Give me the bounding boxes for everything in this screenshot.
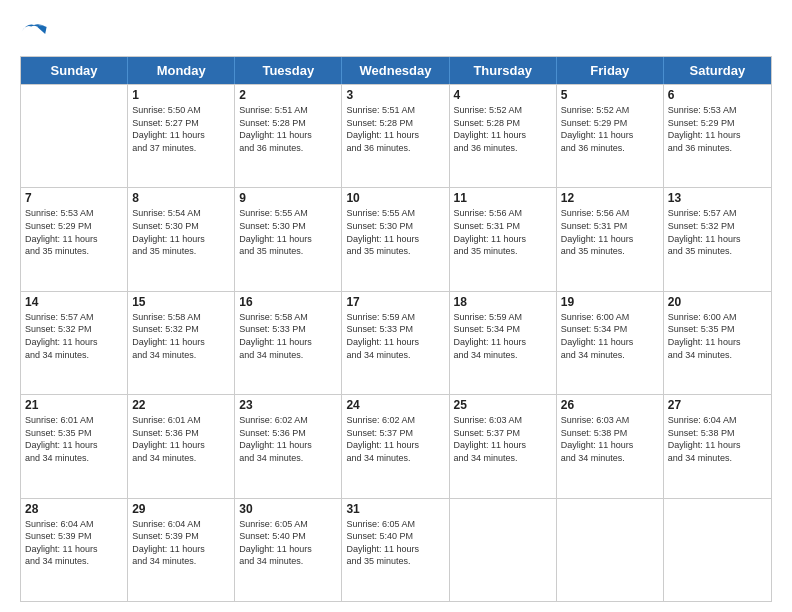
- day-number: 22: [132, 398, 230, 412]
- day-number: 16: [239, 295, 337, 309]
- day-number: 18: [454, 295, 552, 309]
- day-cell-17: 17Sunrise: 5:59 AMSunset: 5:33 PMDayligh…: [342, 292, 449, 394]
- day-info: Sunrise: 6:04 AMSunset: 5:38 PMDaylight:…: [668, 414, 767, 464]
- day-info: Sunrise: 5:53 AMSunset: 5:29 PMDaylight:…: [668, 104, 767, 154]
- day-number: 20: [668, 295, 767, 309]
- header-day-wednesday: Wednesday: [342, 57, 449, 84]
- day-info: Sunrise: 5:59 AMSunset: 5:34 PMDaylight:…: [454, 311, 552, 361]
- day-info: Sunrise: 6:03 AMSunset: 5:38 PMDaylight:…: [561, 414, 659, 464]
- week-row-5: 28Sunrise: 6:04 AMSunset: 5:39 PMDayligh…: [21, 498, 771, 601]
- day-cell-23: 23Sunrise: 6:02 AMSunset: 5:36 PMDayligh…: [235, 395, 342, 497]
- day-cell-19: 19Sunrise: 6:00 AMSunset: 5:34 PMDayligh…: [557, 292, 664, 394]
- day-info: Sunrise: 6:04 AMSunset: 5:39 PMDaylight:…: [132, 518, 230, 568]
- day-cell-14: 14Sunrise: 5:57 AMSunset: 5:32 PMDayligh…: [21, 292, 128, 394]
- day-number: 25: [454, 398, 552, 412]
- day-info: Sunrise: 5:57 AMSunset: 5:32 PMDaylight:…: [25, 311, 123, 361]
- page: SundayMondayTuesdayWednesdayThursdayFrid…: [0, 0, 792, 612]
- day-number: 9: [239, 191, 337, 205]
- day-cell-16: 16Sunrise: 5:58 AMSunset: 5:33 PMDayligh…: [235, 292, 342, 394]
- day-cell-5: 5Sunrise: 5:52 AMSunset: 5:29 PMDaylight…: [557, 85, 664, 187]
- day-cell-27: 27Sunrise: 6:04 AMSunset: 5:38 PMDayligh…: [664, 395, 771, 497]
- day-number: 7: [25, 191, 123, 205]
- day-info: Sunrise: 5:51 AMSunset: 5:28 PMDaylight:…: [239, 104, 337, 154]
- logo: [20, 18, 52, 46]
- day-info: Sunrise: 6:05 AMSunset: 5:40 PMDaylight:…: [239, 518, 337, 568]
- day-number: 23: [239, 398, 337, 412]
- week-row-2: 7Sunrise: 5:53 AMSunset: 5:29 PMDaylight…: [21, 187, 771, 290]
- day-cell-30: 30Sunrise: 6:05 AMSunset: 5:40 PMDayligh…: [235, 499, 342, 601]
- day-number: 21: [25, 398, 123, 412]
- day-number: 11: [454, 191, 552, 205]
- day-info: Sunrise: 6:02 AMSunset: 5:37 PMDaylight:…: [346, 414, 444, 464]
- day-cell-8: 8Sunrise: 5:54 AMSunset: 5:30 PMDaylight…: [128, 188, 235, 290]
- day-cell-25: 25Sunrise: 6:03 AMSunset: 5:37 PMDayligh…: [450, 395, 557, 497]
- day-number: 4: [454, 88, 552, 102]
- day-info: Sunrise: 5:56 AMSunset: 5:31 PMDaylight:…: [454, 207, 552, 257]
- day-cell-29: 29Sunrise: 6:04 AMSunset: 5:39 PMDayligh…: [128, 499, 235, 601]
- day-cell-1: 1Sunrise: 5:50 AMSunset: 5:27 PMDaylight…: [128, 85, 235, 187]
- day-cell-10: 10Sunrise: 5:55 AMSunset: 5:30 PMDayligh…: [342, 188, 449, 290]
- day-cell-24: 24Sunrise: 6:02 AMSunset: 5:37 PMDayligh…: [342, 395, 449, 497]
- day-info: Sunrise: 5:52 AMSunset: 5:28 PMDaylight:…: [454, 104, 552, 154]
- day-number: 27: [668, 398, 767, 412]
- day-info: Sunrise: 5:58 AMSunset: 5:32 PMDaylight:…: [132, 311, 230, 361]
- header-day-friday: Friday: [557, 57, 664, 84]
- day-number: 17: [346, 295, 444, 309]
- day-info: Sunrise: 6:00 AMSunset: 5:35 PMDaylight:…: [668, 311, 767, 361]
- header-day-monday: Monday: [128, 57, 235, 84]
- day-cell-2: 2Sunrise: 5:51 AMSunset: 5:28 PMDaylight…: [235, 85, 342, 187]
- day-number: 26: [561, 398, 659, 412]
- empty-cell: [450, 499, 557, 601]
- header-day-sunday: Sunday: [21, 57, 128, 84]
- day-number: 15: [132, 295, 230, 309]
- day-cell-7: 7Sunrise: 5:53 AMSunset: 5:29 PMDaylight…: [21, 188, 128, 290]
- day-cell-12: 12Sunrise: 5:56 AMSunset: 5:31 PMDayligh…: [557, 188, 664, 290]
- day-cell-6: 6Sunrise: 5:53 AMSunset: 5:29 PMDaylight…: [664, 85, 771, 187]
- day-number: 6: [668, 88, 767, 102]
- empty-cell: [664, 499, 771, 601]
- week-row-4: 21Sunrise: 6:01 AMSunset: 5:35 PMDayligh…: [21, 394, 771, 497]
- calendar-body: 1Sunrise: 5:50 AMSunset: 5:27 PMDaylight…: [21, 84, 771, 601]
- day-number: 12: [561, 191, 659, 205]
- day-info: Sunrise: 5:53 AMSunset: 5:29 PMDaylight:…: [25, 207, 123, 257]
- empty-cell: [557, 499, 664, 601]
- day-cell-4: 4Sunrise: 5:52 AMSunset: 5:28 PMDaylight…: [450, 85, 557, 187]
- day-info: Sunrise: 5:55 AMSunset: 5:30 PMDaylight:…: [346, 207, 444, 257]
- day-info: Sunrise: 5:57 AMSunset: 5:32 PMDaylight:…: [668, 207, 767, 257]
- day-info: Sunrise: 5:54 AMSunset: 5:30 PMDaylight:…: [132, 207, 230, 257]
- header: [20, 18, 772, 46]
- day-cell-31: 31Sunrise: 6:05 AMSunset: 5:40 PMDayligh…: [342, 499, 449, 601]
- day-number: 8: [132, 191, 230, 205]
- day-info: Sunrise: 5:50 AMSunset: 5:27 PMDaylight:…: [132, 104, 230, 154]
- day-info: Sunrise: 5:51 AMSunset: 5:28 PMDaylight:…: [346, 104, 444, 154]
- day-cell-26: 26Sunrise: 6:03 AMSunset: 5:38 PMDayligh…: [557, 395, 664, 497]
- day-info: Sunrise: 6:01 AMSunset: 5:36 PMDaylight:…: [132, 414, 230, 464]
- day-cell-13: 13Sunrise: 5:57 AMSunset: 5:32 PMDayligh…: [664, 188, 771, 290]
- day-number: 13: [668, 191, 767, 205]
- day-cell-15: 15Sunrise: 5:58 AMSunset: 5:32 PMDayligh…: [128, 292, 235, 394]
- day-info: Sunrise: 6:04 AMSunset: 5:39 PMDaylight:…: [25, 518, 123, 568]
- day-info: Sunrise: 5:55 AMSunset: 5:30 PMDaylight:…: [239, 207, 337, 257]
- day-info: Sunrise: 6:02 AMSunset: 5:36 PMDaylight:…: [239, 414, 337, 464]
- day-number: 29: [132, 502, 230, 516]
- day-number: 24: [346, 398, 444, 412]
- day-number: 19: [561, 295, 659, 309]
- day-info: Sunrise: 5:59 AMSunset: 5:33 PMDaylight:…: [346, 311, 444, 361]
- day-number: 30: [239, 502, 337, 516]
- day-cell-3: 3Sunrise: 5:51 AMSunset: 5:28 PMDaylight…: [342, 85, 449, 187]
- day-number: 2: [239, 88, 337, 102]
- day-info: Sunrise: 6:01 AMSunset: 5:35 PMDaylight:…: [25, 414, 123, 464]
- day-number: 5: [561, 88, 659, 102]
- day-number: 1: [132, 88, 230, 102]
- header-day-thursday: Thursday: [450, 57, 557, 84]
- week-row-3: 14Sunrise: 5:57 AMSunset: 5:32 PMDayligh…: [21, 291, 771, 394]
- header-day-saturday: Saturday: [664, 57, 771, 84]
- calendar: SundayMondayTuesdayWednesdayThursdayFrid…: [20, 56, 772, 602]
- day-number: 31: [346, 502, 444, 516]
- day-number: 10: [346, 191, 444, 205]
- empty-cell: [21, 85, 128, 187]
- day-cell-28: 28Sunrise: 6:04 AMSunset: 5:39 PMDayligh…: [21, 499, 128, 601]
- day-number: 3: [346, 88, 444, 102]
- day-number: 28: [25, 502, 123, 516]
- day-cell-22: 22Sunrise: 6:01 AMSunset: 5:36 PMDayligh…: [128, 395, 235, 497]
